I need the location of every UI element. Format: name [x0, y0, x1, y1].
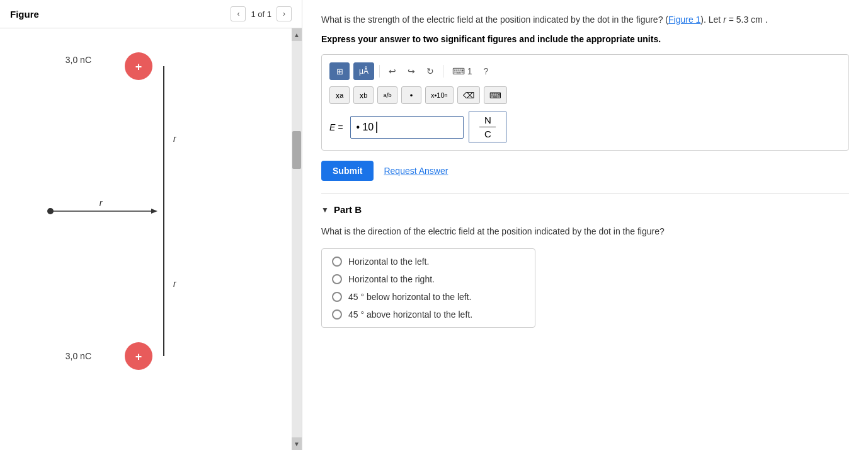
- eq-label: E =: [329, 122, 343, 132]
- figure-header: Figure ‹ 1 of 1 ›: [0, 0, 302, 28]
- request-answer-link[interactable]: Request Answer: [384, 166, 448, 176]
- part-b-question: What is the direction of the electric fi…: [321, 225, 849, 238]
- superscript-button[interactable]: xa: [329, 86, 350, 104]
- option-2[interactable]: Horizontal to the right.: [332, 274, 525, 284]
- redo-icon[interactable]: ↪: [404, 64, 419, 78]
- fraction-button[interactable]: a/b: [377, 86, 397, 104]
- toolbar-row-1: ⊞ μÅ ↩ ↪ ↻ ⌨ 1 ?: [329, 62, 841, 80]
- x10n-button[interactable]: x•10n: [425, 86, 454, 104]
- nav-prev-button[interactable]: ‹: [231, 6, 246, 21]
- right-panel: What is the strength of the electric fie…: [302, 0, 868, 450]
- fraction-denominator: C: [479, 127, 496, 139]
- scroll-thumb[interactable]: [292, 131, 301, 169]
- figure-link[interactable]: Figure 1: [668, 14, 700, 25]
- mu-button[interactable]: μÅ: [353, 62, 374, 80]
- input-value: • 10: [356, 122, 374, 133]
- page-indicator: 1 of 1: [251, 9, 271, 19]
- part-b-header: ▼ Part B: [321, 204, 849, 215]
- cursor: [376, 122, 377, 133]
- grid-button[interactable]: ⊞: [329, 62, 350, 80]
- option-1-label: Horizontal to the left.: [348, 257, 429, 267]
- option-2-label: Horizontal to the right.: [348, 274, 435, 284]
- toolbar-row-2: xa xb a/b • x•10n ⌫ ⌨: [329, 86, 841, 104]
- submit-row: Submit Request Answer: [321, 161, 849, 181]
- svg-text:3,0 nC: 3,0 nC: [66, 351, 91, 361]
- svg-text:3,0 nC: 3,0 nC: [66, 55, 91, 65]
- option-4[interactable]: 45 ° above horizontal to the left.: [332, 309, 525, 320]
- figure-canvas: + 3,0 nC + 3,0 nC r r r ▲ ▼: [0, 28, 302, 450]
- svg-text:r: r: [100, 198, 103, 208]
- figure-title: Figure: [10, 9, 226, 20]
- options-box: Horizontal to the left. Horizontal to th…: [321, 248, 535, 328]
- scroll-down-arrow[interactable]: ▼: [292, 437, 302, 450]
- scroll-up-arrow[interactable]: ▲: [292, 28, 302, 41]
- keypad-button[interactable]: ⌨: [484, 86, 507, 104]
- subscript-button[interactable]: xb: [353, 86, 374, 104]
- svg-text:+: +: [135, 350, 142, 363]
- fraction-box: N C: [469, 112, 506, 142]
- undo-icon[interactable]: ↩: [385, 64, 400, 78]
- math-input-row: E = • 10 N C: [329, 112, 841, 142]
- svg-text:r: r: [173, 134, 177, 144]
- scroll-track: ▲ ▼: [292, 28, 302, 450]
- submit-button[interactable]: Submit: [321, 161, 374, 181]
- toolbar-divider-1: [379, 65, 380, 78]
- radio-1[interactable]: [332, 257, 342, 267]
- keyboard-icon[interactable]: ⌨ 1: [448, 64, 476, 78]
- figure-diagram: + 3,0 nC + 3,0 nC r r r: [0, 28, 283, 407]
- section-divider: [321, 193, 849, 194]
- svg-marker-9: [151, 209, 157, 214]
- svg-text:r: r: [173, 279, 177, 289]
- delete-button[interactable]: ⌫: [457, 86, 480, 104]
- radio-2[interactable]: [332, 274, 342, 284]
- option-3-label: 45 ° below horizontal to the left.: [348, 292, 472, 302]
- option-4-label: 45 ° above horizontal to the left.: [348, 309, 472, 320]
- help-icon[interactable]: ?: [480, 64, 493, 78]
- option-1[interactable]: Horizontal to the left.: [332, 257, 525, 267]
- nav-next-button[interactable]: ›: [277, 6, 292, 21]
- radio-4[interactable]: [332, 309, 342, 320]
- part-b-toggle[interactable]: ▼: [321, 205, 329, 214]
- part-b-label: Part B: [334, 204, 362, 215]
- fraction-numerator: N: [479, 115, 496, 127]
- express-instruction: Express your answer to two significant f…: [321, 34, 849, 44]
- math-input-field[interactable]: • 10: [350, 116, 464, 139]
- left-panel: Figure ‹ 1 of 1 › + 3,0 nC + 3,0 nC r: [0, 0, 302, 450]
- option-3[interactable]: 45 ° below horizontal to the left.: [332, 292, 525, 302]
- answer-box: ⊞ μÅ ↩ ↪ ↻ ⌨ 1 ? xa xb a/b • x•10n ⌫ ⌨ E…: [321, 54, 849, 151]
- refresh-icon[interactable]: ↻: [423, 64, 438, 78]
- dot-button[interactable]: •: [401, 86, 421, 104]
- radio-3[interactable]: [332, 292, 342, 302]
- question-text-part-a: What is the strength of the electric fie…: [321, 13, 849, 26]
- svg-text:+: +: [135, 61, 142, 73]
- toolbar-divider-2: [443, 65, 443, 78]
